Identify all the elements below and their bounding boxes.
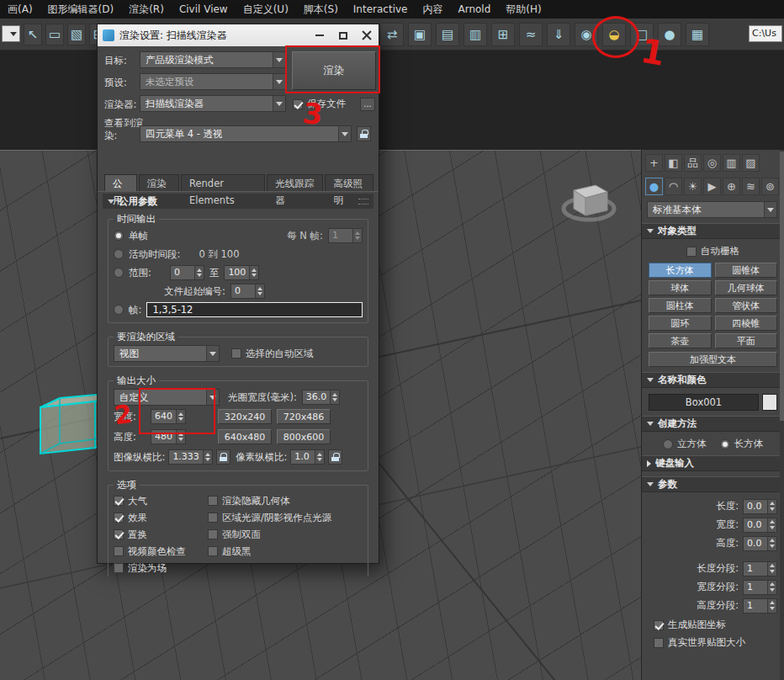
tab-renderer[interactable]: 渲染器	[139, 174, 179, 191]
pixel-aspect-lock-button[interactable]	[328, 449, 342, 465]
spinner-arrows[interactable]	[176, 410, 185, 423]
image-aspect-lock-button[interactable]	[216, 449, 230, 465]
length-spinner[interactable]: 0.0	[743, 499, 777, 514]
menu-item[interactable]: Arnold	[450, 0, 498, 19]
range-from-spinner[interactable]: 0	[170, 265, 204, 280]
motion-tab[interactable]: ◎	[703, 154, 721, 172]
menu-item[interactable]: 帮助(H)	[498, 0, 548, 19]
sphere-button[interactable]: 球体	[649, 280, 712, 295]
shapes-category-icon[interactable]: ◠	[665, 178, 682, 195]
material-editor-icon[interactable]: ◉	[575, 23, 598, 46]
spinner-arrows[interactable]	[176, 430, 185, 444]
save-file-checkbox[interactable]: 保存文件	[293, 98, 346, 110]
range-radio[interactable]	[114, 268, 124, 278]
dropdown-arrow-icon[interactable]	[338, 126, 351, 141]
target-dropdown[interactable]: 产品级渲染模式	[140, 51, 286, 68]
selection-filter-dropdown[interactable]	[2, 25, 20, 42]
menu-item[interactable]: 渲染(R)	[121, 0, 172, 19]
mirror-icon[interactable]: ⇄	[380, 23, 404, 46]
dropdown-arrow-icon[interactable]	[273, 52, 285, 67]
pyramid-button[interactable]: 四棱锥	[715, 316, 778, 331]
generate-mapping-coords-checkbox[interactable]: 生成贴图坐标	[654, 619, 784, 631]
geometry-category-icon[interactable]: ●	[645, 178, 663, 195]
spinner-arrows[interactable]	[352, 229, 362, 242]
rollout-object-type[interactable]: 对象类型	[642, 223, 784, 239]
select-object-icon[interactable]: ↖	[24, 24, 42, 45]
curve-editor-icon[interactable]: ≈	[519, 23, 543, 46]
browse-renderer-button[interactable]: ...	[360, 98, 375, 111]
modify-tab[interactable]: ◧	[665, 154, 682, 172]
project-path-box[interactable]: C:\Us	[749, 25, 782, 42]
force-two-sided-checkbox[interactable]: 强制双面	[208, 529, 261, 541]
active-segment-radio[interactable]	[114, 249, 124, 259]
spinner-arrows[interactable]	[315, 450, 324, 464]
preset-320x240-button[interactable]: 320x240	[218, 409, 272, 424]
spinner-arrows[interactable]	[194, 266, 204, 279]
spinner-arrows[interactable]	[767, 581, 776, 594]
spinner-arrows[interactable]	[330, 390, 339, 404]
systems-category-icon[interactable]: ⊚	[761, 178, 779, 195]
rollout-parameters[interactable]: 参数	[642, 476, 784, 492]
video-color-check-checkbox[interactable]: 视频颜色检查	[114, 545, 203, 558]
spinner-arrows[interactable]	[249, 266, 258, 279]
image-aspect-spinner[interactable]: 1.333	[168, 449, 213, 465]
schematic-view-icon[interactable]: ⇓	[547, 23, 570, 46]
tab-common[interactable]: 公用	[104, 174, 137, 191]
displacement-checkbox[interactable]: 置换	[114, 529, 203, 541]
align-icon[interactable]: ▣	[408, 23, 432, 46]
select-by-name-icon[interactable]: ▭	[45, 24, 64, 45]
spinner-arrows[interactable]	[255, 284, 264, 298]
torus-button[interactable]: 圆环	[649, 316, 712, 331]
tube-button[interactable]: 管状体	[715, 298, 778, 313]
width-spinner[interactable]: 0.0	[743, 518, 777, 533]
dialog-titlebar[interactable]: 渲染设置: 扫描线渲染器	[98, 24, 379, 46]
preset-dropdown[interactable]: 未选定预设	[140, 73, 286, 90]
preset-800x600-button[interactable]: 800x600	[277, 429, 331, 444]
menu-item[interactable]: 图形编辑器(D)	[40, 0, 122, 19]
create-tab[interactable]: +	[645, 154, 663, 172]
tab-raytracer[interactable]: 光线跟踪器	[267, 174, 323, 191]
cone-button[interactable]: 圆锥体	[715, 263, 778, 278]
menu-item[interactable]: 自定义(U)	[236, 0, 296, 19]
close-button[interactable]	[355, 25, 379, 45]
cube-radio[interactable]: 立方体	[663, 438, 707, 450]
cameras-category-icon[interactable]: ▶	[703, 178, 721, 195]
area-lights-as-points-checkbox[interactable]: 区域光源/阴影视作点光源	[208, 512, 331, 524]
menu-item[interactable]: Interactive	[346, 0, 416, 19]
length-segs-spinner[interactable]: 1	[743, 561, 777, 576]
box-button[interactable]: 长方体	[649, 263, 712, 278]
spinner-arrows[interactable]	[767, 537, 776, 550]
every-nth-spinner[interactable]: 1	[328, 228, 363, 243]
render-to-fields-checkbox[interactable]: 渲染为场	[114, 562, 203, 575]
menu-item[interactable]: Civil View	[172, 0, 236, 19]
aperture-spinner[interactable]: 36.0	[302, 390, 341, 405]
atmosphere-checkbox[interactable]: 大气	[114, 495, 203, 507]
preset-720x486-button[interactable]: 720x486	[277, 409, 331, 424]
rollout-creation-method[interactable]: 创建方法	[642, 416, 784, 432]
area-mode-dropdown[interactable]: 视图	[114, 345, 220, 362]
object-name-field[interactable]: Box001	[649, 394, 759, 411]
pixel-aspect-spinner[interactable]: 1.0	[290, 449, 325, 465]
lights-category-icon[interactable]: ☀	[684, 178, 702, 195]
view-to-render-dropdown[interactable]: 四元菜单 4 - 透视	[140, 125, 352, 142]
object-color-swatch[interactable]	[762, 394, 777, 411]
tab-advanced-lighting[interactable]: 高级照明	[325, 174, 373, 191]
dropdown-arrow-icon[interactable]	[273, 74, 285, 89]
height-segs-spinner[interactable]: 1	[743, 598, 777, 614]
minimize-button[interactable]	[308, 25, 331, 45]
teapot-button[interactable]: 茶壶	[649, 333, 712, 348]
autogrid-checkbox[interactable]: 自动栅格	[642, 245, 784, 258]
maximize-button[interactable]	[331, 25, 355, 45]
renderer-dropdown[interactable]: 扫描线渲染器	[140, 95, 286, 112]
category-dropdown[interactable]: 标准基本体	[647, 201, 777, 218]
range-to-spinner[interactable]: 100	[224, 265, 259, 280]
layer-explorer-icon[interactable]: ▥	[464, 23, 487, 46]
rollout-name-color[interactable]: 名称和颜色	[642, 372, 784, 388]
hierarchy-tab[interactable]: 品	[684, 154, 702, 172]
frames-radio[interactable]	[114, 305, 124, 315]
dropdown-arrow-icon[interactable]	[273, 96, 285, 111]
dropdown-arrow-icon[interactable]	[206, 390, 219, 405]
super-black-checkbox[interactable]: 超级黑	[208, 545, 252, 558]
viewport-lock-button[interactable]	[357, 126, 371, 141]
spinner-arrows[interactable]	[203, 450, 212, 464]
